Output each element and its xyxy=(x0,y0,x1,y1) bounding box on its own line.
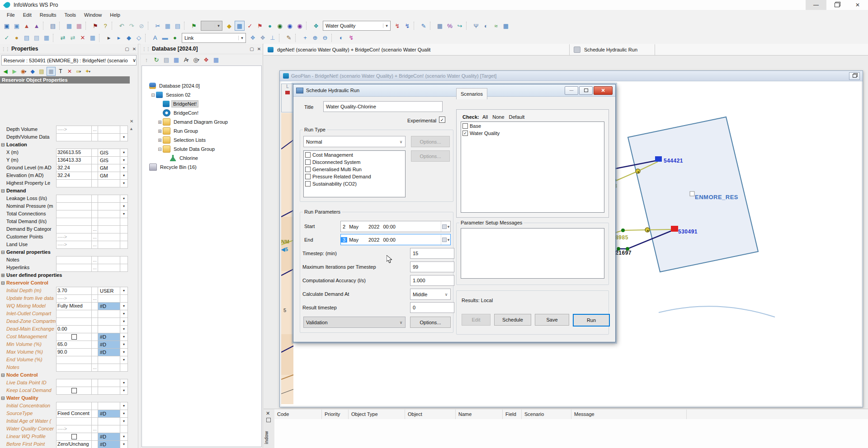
link-node-icon[interactable]: ❖ xyxy=(311,21,321,30)
property-row[interactable]: Nominal Pressure (m ▾ xyxy=(0,202,128,210)
select-icon[interactable]: ▸ xyxy=(104,33,113,42)
property-value-cell[interactable]: 0.00 xyxy=(56,325,92,333)
property-flag-cell[interactable] xyxy=(98,402,120,410)
property-row[interactable]: ⊟ Water Quality xyxy=(0,394,128,402)
output-column-header[interactable]: Code xyxy=(274,410,322,419)
property-ellipsis-cell[interactable] xyxy=(92,149,98,157)
sort-icon[interactable]: A▾ xyxy=(182,55,191,64)
property-ellipsis-cell[interactable] xyxy=(92,417,98,425)
option-checkbox[interactable] xyxy=(305,152,311,158)
property-flag-cell[interactable] xyxy=(98,210,120,218)
property-dropdown-icon[interactable]: ▾ xyxy=(120,417,128,425)
property-value-cell[interactable]: 32.24 xyxy=(56,172,92,180)
property-flag-cell[interactable]: #D xyxy=(98,440,120,448)
property-row[interactable]: Total Demand (l/s) ▾ xyxy=(0,218,128,225)
property-row[interactable]: Highest Property Le ▾ xyxy=(0,179,128,187)
paste-window-icon[interactable]: ▦ xyxy=(75,21,84,30)
output-column-header[interactable]: Message xyxy=(571,410,687,419)
property-flag-cell[interactable] xyxy=(98,356,120,364)
output-column-header[interactable]: Name xyxy=(456,410,503,419)
check-link[interactable]: Default xyxy=(509,114,525,120)
property-dropdown-icon[interactable]: ▾ xyxy=(120,364,128,372)
validation-options-button[interactable]: Options... xyxy=(410,317,451,328)
option-checkbox[interactable] xyxy=(305,174,311,179)
lock-icon[interactable]: ▲ xyxy=(32,21,41,30)
start-date-field[interactable]: 2 May 2022 00:00 ▾ xyxy=(340,221,451,232)
property-dropdown-icon[interactable]: ▾ xyxy=(120,317,128,326)
tree-item[interactable]: ⊞ Run Group xyxy=(142,126,261,135)
delete-icon[interactable]: ✕ xyxy=(78,33,87,42)
property-row[interactable]: ⊟ Reservoir Control xyxy=(0,279,128,287)
percent-icon[interactable]: % xyxy=(445,21,454,30)
property-value-cell[interactable] xyxy=(56,364,92,372)
trace2-icon[interactable]: ◇ xyxy=(134,33,143,42)
next-object-icon[interactable]: ▶ xyxy=(10,67,19,75)
output-vertical-tab[interactable]: indow xyxy=(264,426,269,444)
property-row[interactable]: Notes … ▾ xyxy=(0,364,128,371)
net-join-icon[interactable]: ❖ xyxy=(248,33,257,42)
property-dropdown-icon[interactable]: ▾ xyxy=(120,294,128,303)
property-row[interactable]: Initial Depth (m) 3.70 USER ▾ xyxy=(0,287,128,294)
property-dropdown-icon[interactable]: ▾ xyxy=(120,348,128,356)
property-value-cell[interactable] xyxy=(56,333,92,341)
property-ellipsis-cell[interactable] xyxy=(92,440,98,448)
property-dropdown-icon[interactable]: ▾ xyxy=(120,156,128,164)
flag-icon[interactable]: ⚑ xyxy=(189,21,198,30)
property-ellipsis-cell[interactable]: … xyxy=(92,126,98,134)
property-ellipsis-cell[interactable] xyxy=(92,387,98,395)
property-value-cell[interactable] xyxy=(56,387,92,395)
run-type-option[interactable]: Sustainability (CO2) xyxy=(305,180,405,187)
property-row[interactable]: ⊞ User defined properties xyxy=(0,271,128,279)
property-dropdown-icon[interactable]: ▾ xyxy=(120,225,128,233)
property-flag-cell[interactable] xyxy=(98,225,120,233)
property-flag-cell[interactable]: #D xyxy=(98,302,120,310)
tree-item[interactable]: ⊟ Session 02 xyxy=(142,90,261,99)
property-dropdown-icon[interactable]: ▾ xyxy=(120,164,128,172)
property-row[interactable]: Demand By Categor … ▾ xyxy=(0,225,128,233)
property-checkbox[interactable] xyxy=(71,434,77,439)
property-flag-cell[interactable] xyxy=(98,417,120,425)
property-dropdown-icon[interactable]: ▾ xyxy=(120,410,128,418)
property-row[interactable]: Depth Volume ----> … ▾ xyxy=(0,126,128,133)
property-flag-cell[interactable]: #D xyxy=(98,348,120,356)
window2-icon[interactable]: ▦ xyxy=(42,33,51,42)
property-flag-cell[interactable] xyxy=(98,317,120,326)
property-dropdown-icon[interactable]: ▾ xyxy=(120,126,128,134)
refresh-icon[interactable]: ◉▾ xyxy=(19,67,28,75)
property-value-cell[interactable] xyxy=(56,264,92,272)
property-value-cell[interactable] xyxy=(56,195,92,203)
validate-icon[interactable]: ✓ xyxy=(245,21,255,30)
property-value-cell[interactable] xyxy=(56,133,92,141)
scroll-up-icon[interactable]: ▲ xyxy=(129,126,133,131)
property-flag-cell[interactable]: GM xyxy=(98,164,120,172)
property-value-cell[interactable]: 90.0 xyxy=(56,348,92,356)
object-selector-combo[interactable]: Reservoir : 530491 (ENMORE_B) : BridgeNe… xyxy=(1,55,137,65)
new-icon[interactable]: ▣ xyxy=(2,21,11,30)
property-row[interactable]: Dead-Main Exchange 0.00 ▾ xyxy=(0,325,128,333)
property-value-cell[interactable] xyxy=(56,310,92,318)
float-button[interactable]: ▢ xyxy=(123,47,131,51)
user-icon[interactable]: ● xyxy=(12,33,21,42)
property-ellipsis-cell[interactable]: … xyxy=(92,425,98,433)
text-icon[interactable]: T xyxy=(57,67,65,75)
zoom-out-icon[interactable]: ⊖ xyxy=(321,33,330,42)
property-value-cell[interactable] xyxy=(56,210,92,218)
menu-item[interactable]: Results xyxy=(36,11,61,19)
flow-icon[interactable]: ↯ xyxy=(347,33,356,42)
property-row[interactable]: Initial Age of Water ( ▾ xyxy=(0,417,128,425)
property-row[interactable]: Dead-Zone Compartm ▾ xyxy=(0,317,128,325)
flag2-icon[interactable]: ⚑ xyxy=(255,21,264,30)
property-row[interactable]: Live Data Point ID ▾ xyxy=(0,379,128,387)
property-row[interactable]: Total Connections ▾ xyxy=(0,210,128,218)
property-ellipsis-cell[interactable] xyxy=(92,302,98,310)
property-dropdown-icon[interactable]: ▾ xyxy=(120,241,128,249)
pin-output-icon[interactable] xyxy=(266,418,271,422)
property-dropdown-icon[interactable]: ▾ xyxy=(120,218,128,226)
refresh-icon[interactable]: ↻ xyxy=(152,55,161,64)
property-flag-cell[interactable] xyxy=(98,364,120,372)
menu-item[interactable]: Edit xyxy=(19,11,36,19)
property-value-cell[interactable]: 3.70 xyxy=(56,287,92,295)
property-value-cell[interactable] xyxy=(56,225,92,233)
property-value-cell[interactable] xyxy=(56,218,92,226)
result-timestep-input[interactable]: 0 xyxy=(410,302,454,313)
